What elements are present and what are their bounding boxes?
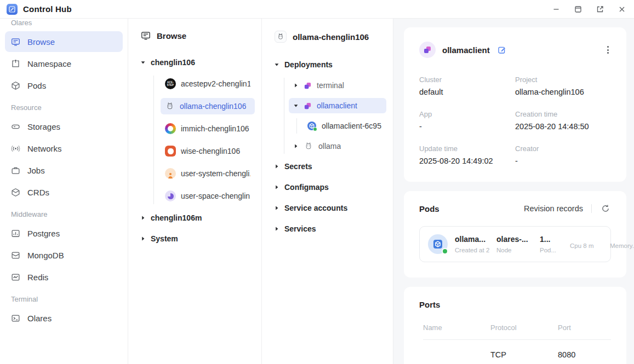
deployment-avatar-icon [419,42,436,58]
pod-row[interactable]: ollama... Created at 2l olares-... Node … [419,226,611,262]
port-number-cell: 8080 [558,350,611,359]
sidebar-item-storages[interactable]: Storages [5,116,123,137]
sidebar-item-label: CRDs [27,188,49,197]
maximize-button[interactable] [574,5,582,14]
port-protocol-cell: TCP [490,350,558,359]
sidebar-item-label: Jobs [27,166,45,175]
details-title: ollamaclient [442,45,490,55]
pods-card-title: Pods [419,204,439,213]
resource-panel: ollama-chenglin106 Deployments terminal … [262,19,393,364]
pod-memory-col: Memory... [610,239,634,249]
sidebar-item-label: Storages [27,122,60,131]
sidebar-section-terminal: Terminal [5,295,123,303]
wise-app-icon [165,146,176,157]
port-row: TCP 8080 [423,340,611,364]
tree-node-services[interactable]: Services [270,221,386,236]
caret-right-icon [293,143,299,149]
pods-icon [11,81,20,90]
edit-icon[interactable] [498,45,506,54]
caret-down-icon [274,62,279,67]
open-in-new-window-button[interactable] [596,5,604,14]
tree-node-deployments[interactable]: Deployments [270,57,386,72]
sidebar-section-middleware: Middleware [5,210,123,218]
tree-node-ollama-chenglin106[interactable]: ollama-chenglin106 [161,98,255,114]
browse-panel-icon [141,31,151,41]
pod-count-col: 1... Pod... [540,235,563,253]
tree-node-ollamaclient-deployment[interactable]: ollamaclient [289,98,386,113]
col-header-port: Port [558,323,611,332]
pod-cpu-col: Cpu 8 m [570,239,603,249]
browse-panel: Browse chenglin106 ACE-STEP acestepv2-ch… [128,19,262,364]
tree-node-chenglin106m[interactable]: chenglin106m [136,210,255,226]
namespace-llama-icon [275,31,287,43]
sidebar-item-label: Olares [27,314,52,323]
tree-node-service-accounts[interactable]: Service accounts [270,200,386,216]
sidebar-item-label: MongoDB [27,251,64,260]
pod-node-col: olares-... Node [496,235,533,253]
sidebar-item-label: Postgres [27,229,60,238]
sidebar-section-olares: Olares [5,19,123,27]
sidebar-item-label: Browse [27,37,55,47]
sidebar-item-mongodb[interactable]: MongoDB [5,245,123,265]
caret-right-icon [274,205,279,211]
sidebar-item-label: Networks [27,144,62,153]
tree-node-immich[interactable]: immich-chenglin106 [161,120,255,137]
tree-node-wise[interactable]: wise-chenglin106 [161,143,255,159]
tree-node-acestepv2[interactable]: ACE-STEP acestepv2-chenglin1... [161,76,255,92]
sidebar-item-namespace[interactable]: Namespace [5,53,123,74]
tree-node-configmaps[interactable]: Configmaps [270,180,386,195]
jobs-icon [11,166,20,175]
revision-records-link[interactable]: Revision records [524,204,583,213]
sidebar-item-networks[interactable]: Networks [5,138,123,159]
caret-down-icon [140,60,146,65]
browse-panel-title: Browse [157,31,186,41]
detail-content: ollamaclient Cluster default Project oll… [393,19,634,364]
acestep-app-icon: ACE-STEP [165,78,176,89]
sidebar: Olares Browse Namespace Pods Resource St [0,19,128,364]
tree-node-user-space[interactable]: user-space-chenglin... [161,188,255,204]
postgres-icon [11,229,20,238]
sidebar-item-jobs[interactable]: Jobs [5,160,123,181]
divider [591,204,592,213]
tree-node-system[interactable]: System [136,231,255,246]
sidebar-item-postgres[interactable]: Postgres [5,223,123,244]
tree-node-ollama-deployment[interactable]: ollama [289,138,386,154]
sidebar-item-olares-terminal[interactable]: Olares [5,308,123,328]
caret-right-icon [274,226,279,232]
minimize-button[interactable] [552,5,561,14]
pods-card: Pods Revision records ollama... Created … [404,191,626,278]
networks-icon [11,144,20,153]
caret-right-icon [274,184,279,190]
redis-icon [11,273,20,282]
caret-down-icon [293,103,299,108]
more-actions-icon[interactable] [605,44,611,56]
sidebar-item-pods[interactable]: Pods [5,75,123,96]
deployment-icon [304,102,312,110]
deployment-icon [304,82,312,90]
resource-panel-title: ollama-chenglin106 [293,32,369,42]
field-creator: Creator - [515,145,611,165]
sidebar-item-label: Redis [27,273,48,282]
sidebar-item-browse[interactable]: Browse [5,31,123,52]
tree-node-chenglin106[interactable]: chenglin106 [136,55,255,70]
caret-right-icon [140,236,146,241]
ports-card-title: Ports [419,300,440,309]
sidebar-item-redis[interactable]: Redis [5,267,123,287]
pod-name-col: ollama... Created at 2l [455,235,489,253]
sidebar-item-crds[interactable]: CRDs [5,182,123,203]
namespace-icon [11,59,20,68]
tree-node-secrets[interactable]: Secrets [270,159,386,174]
tree-node-user-system[interactable]: user-system-chengli... [161,165,255,182]
tree-node-ollamaclient-replicaset[interactable]: ollamaclient-6c95... [302,118,386,134]
refresh-icon[interactable] [600,203,611,214]
close-button[interactable] [618,5,626,14]
terminal-icon [11,314,20,323]
immich-app-icon [165,123,176,134]
tree-node-terminal-deployment[interactable]: terminal [289,78,386,93]
field-cluster: Cluster default [419,76,515,96]
col-header-name: Name [423,323,490,332]
user-system-app-icon [165,168,176,179]
port-name-cell [423,350,490,359]
caret-right-icon [140,215,146,221]
field-app: App - [419,110,515,131]
